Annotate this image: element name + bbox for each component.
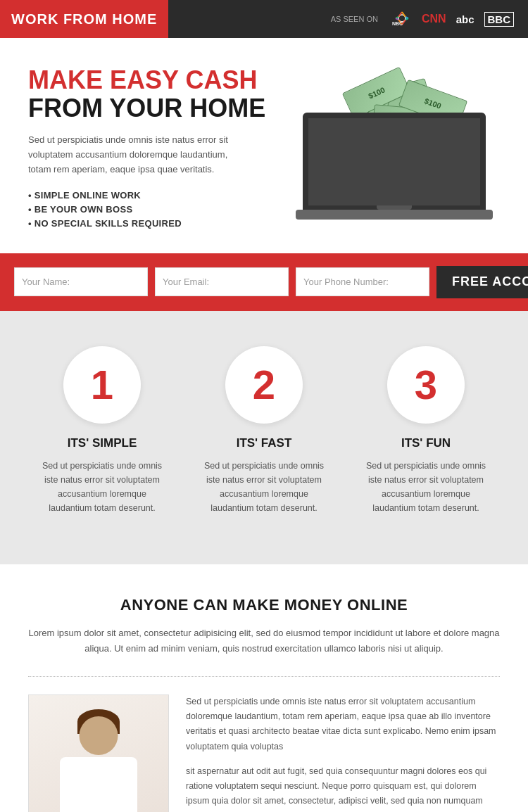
anyone-image-box [28,694,169,812]
header: WORK FROM HOME AS SEEN ON NBC CNN abc BB… [0,0,528,38]
step-3-title: ITS' FUN [401,436,451,450]
person-image [28,694,169,812]
step-2-desc: Sed ut perspiciatis unde omnis iste natu… [197,459,331,515]
divider [28,676,500,677]
step-2: 2 ITS' FAST Sed ut perspiciatis unde omn… [183,346,345,515]
bullet-3: NO SPECIAL SKILLS REQUIRED [28,218,275,229]
step-3-number: 3 [415,364,437,405]
step-3-circle: 3 [387,346,465,424]
step-1-desc: Sed ut perspiciatis unde omnis iste natu… [35,459,169,515]
cnn-logo: CNN [422,13,446,25]
phone-input[interactable] [296,267,429,296]
as-seen-label: AS SEEN ON [331,15,378,23]
free-account-button[interactable]: FREE ACCOUNT [436,266,528,298]
nbc-logo: NBC [392,11,412,28]
steps-section: 1 ITS' SIMPLE Sed ut perspiciatis unde o… [0,311,528,564]
bbc-logo: BBC [484,12,515,27]
step-2-title: ITS' FAST [237,436,292,450]
hero-section: MAKE EASY CASH FROM YOUR HOME Sed ut per… [0,38,528,253]
step-1-number: 1 [91,364,113,405]
hero-title-red: MAKE EASY CASH [28,66,275,94]
anyone-para-1: Sed ut perspiciatis unde omnis iste natu… [186,694,500,754]
step-1-circle: 1 [63,346,141,424]
site-logo: WORK FROM HOME [0,0,168,38]
step-2-circle: 2 [225,346,303,424]
hero-description: Sed ut perspiciatis unde omnis iste natu… [28,133,246,177]
anyone-content: Sed ut perspiciatis unde omnis iste natu… [28,694,500,812]
step-1-title: ITS' SIMPLE [68,436,137,450]
anyone-intro: Lorem ipsum dolor sit amet, consectetur … [28,626,500,656]
hero-bullets: SIMPLE ONLINE WORK BE YOUR OWN BOSS NO S… [28,190,275,229]
hero-text: MAKE EASY CASH FROM YOUR HOME Sed ut per… [28,66,275,232]
svg-text:NBC: NBC [392,21,403,26]
abc-logo: abc [456,13,474,25]
name-input[interactable] [14,267,148,296]
anyone-section: ANYONE CAN MAKE MONEY ONLINE Lorem ipsum… [0,564,528,812]
step-3-desc: Sed ut perspiciatis unde omnis iste natu… [359,459,493,515]
step-2-number: 2 [253,364,275,405]
steps-row: 1 ITS' SIMPLE Sed ut perspiciatis unde o… [21,346,507,515]
anyone-heading: ANYONE CAN MAKE MONEY ONLINE [28,596,500,614]
email-input[interactable] [155,267,289,296]
bullet-2: BE YOUR OWN BOSS [28,204,275,215]
hero-title-black: FROM YOUR HOME [28,94,275,122]
hero-image: $100 $100 $100 $100 $100 $100 [289,79,500,220]
step-3: 3 ITS' FUN Sed ut perspiciatis unde omni… [345,346,507,515]
step-1: 1 ITS' SIMPLE Sed ut perspiciatis unde o… [21,346,183,515]
anyone-para-2: sit aspernatur aut odit aut fugit, sed q… [186,764,500,812]
anyone-text: Sed ut perspiciatis unde omnis iste natu… [186,694,500,812]
form-bar: FREE ACCOUNT [0,253,528,311]
as-seen-on: AS SEEN ON NBC CNN abc BBC [331,11,528,28]
bullet-1: SIMPLE ONLINE WORK [28,190,275,201]
